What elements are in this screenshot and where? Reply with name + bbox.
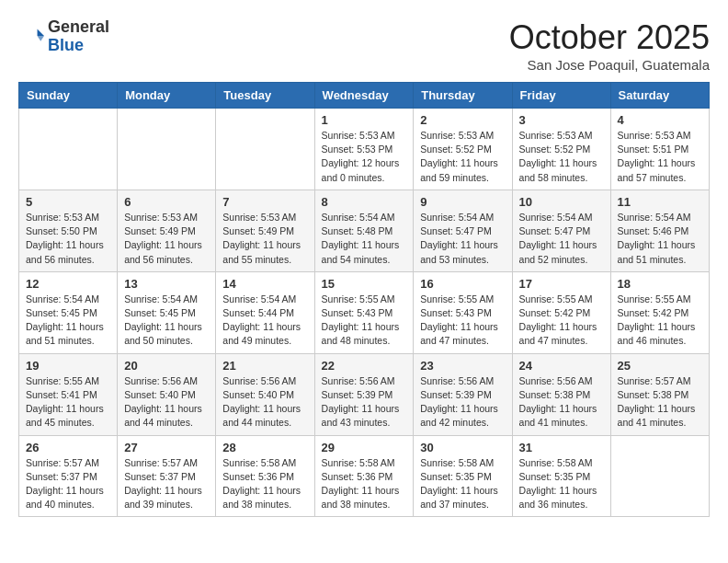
- day-number: 5: [26, 195, 110, 209]
- day-info: Sunrise: 5:55 AMSunset: 5:42 PMDaylight:…: [618, 293, 702, 349]
- day-info: Sunrise: 5:54 AMSunset: 5:45 PMDaylight:…: [26, 293, 110, 349]
- calendar-cell: 22Sunrise: 5:56 AMSunset: 5:39 PMDayligh…: [314, 353, 414, 435]
- day-info: Sunrise: 5:57 AMSunset: 5:38 PMDaylight:…: [618, 374, 702, 431]
- calendar-cell: 12Sunrise: 5:54 AMSunset: 5:45 PMDayligh…: [19, 271, 118, 353]
- day-number: 20: [124, 359, 209, 373]
- day-info: Sunrise: 5:56 AMSunset: 5:38 PMDaylight:…: [519, 374, 604, 431]
- calendar-cell: 28Sunrise: 5:58 AMSunset: 5:36 PMDayligh…: [216, 435, 314, 517]
- day-number: 31: [519, 441, 604, 454]
- calendar-cell: 23Sunrise: 5:56 AMSunset: 5:39 PMDayligh…: [414, 353, 512, 435]
- logo-icon: [18, 24, 44, 50]
- day-number: 12: [26, 277, 110, 291]
- day-number: 27: [124, 441, 209, 454]
- day-info: Sunrise: 5:54 AMSunset: 5:44 PMDaylight:…: [222, 293, 307, 349]
- day-info: Sunrise: 5:56 AMSunset: 5:39 PMDaylight:…: [322, 374, 407, 431]
- day-number: 22: [322, 359, 407, 373]
- calendar-week-row-3: 12Sunrise: 5:54 AMSunset: 5:45 PMDayligh…: [19, 271, 710, 353]
- day-info: Sunrise: 5:56 AMSunset: 5:40 PMDaylight:…: [124, 374, 209, 431]
- calendar-cell: 5Sunrise: 5:53 AMSunset: 5:50 PMDaylight…: [19, 190, 118, 271]
- day-number: 3: [519, 113, 604, 127]
- calendar-cell: [19, 109, 118, 190]
- day-number: 15: [322, 277, 407, 291]
- logo-blue-text: Blue: [48, 37, 109, 55]
- weekday-header-row: SundayMondayTuesdayWednesdayThursdayFrid…: [19, 83, 710, 109]
- day-number: 10: [519, 195, 604, 209]
- day-number: 18: [618, 277, 702, 291]
- day-number: 9: [420, 195, 505, 209]
- calendar-table: SundayMondayTuesdayWednesdayThursdayFrid…: [18, 82, 710, 517]
- day-number: 4: [618, 113, 702, 127]
- day-info: Sunrise: 5:53 AMSunset: 5:50 PMDaylight:…: [26, 211, 110, 267]
- day-number: 28: [222, 441, 307, 454]
- calendar-cell: 13Sunrise: 5:54 AMSunset: 5:45 PMDayligh…: [118, 271, 216, 353]
- calendar-week-row-2: 5Sunrise: 5:53 AMSunset: 5:50 PMDaylight…: [19, 190, 710, 271]
- calendar-week-row-4: 19Sunrise: 5:55 AMSunset: 5:41 PMDayligh…: [19, 353, 710, 435]
- day-info: Sunrise: 5:56 AMSunset: 5:39 PMDaylight:…: [420, 374, 505, 431]
- calendar-cell: 2Sunrise: 5:53 AMSunset: 5:52 PMDaylight…: [414, 109, 512, 190]
- svg-marker-0: [38, 29, 44, 35]
- calendar-cell: 1Sunrise: 5:53 AMSunset: 5:53 PMDaylight…: [314, 109, 414, 190]
- day-info: Sunrise: 5:55 AMSunset: 5:42 PMDaylight:…: [519, 293, 604, 349]
- day-info: Sunrise: 5:53 AMSunset: 5:52 PMDaylight:…: [420, 129, 505, 185]
- calendar-cell: 29Sunrise: 5:58 AMSunset: 5:36 PMDayligh…: [314, 435, 414, 517]
- day-info: Sunrise: 5:53 AMSunset: 5:53 PMDaylight:…: [322, 129, 407, 185]
- calendar-cell: 3Sunrise: 5:53 AMSunset: 5:52 PMDaylight…: [512, 109, 610, 190]
- day-number: 19: [26, 359, 110, 373]
- calendar-cell: 26Sunrise: 5:57 AMSunset: 5:37 PMDayligh…: [19, 435, 118, 517]
- day-info: Sunrise: 5:54 AMSunset: 5:47 PMDaylight:…: [519, 211, 604, 267]
- calendar-cell: 25Sunrise: 5:57 AMSunset: 5:38 PMDayligh…: [610, 353, 709, 435]
- calendar-cell: 18Sunrise: 5:55 AMSunset: 5:42 PMDayligh…: [610, 271, 709, 353]
- day-number: 24: [519, 359, 604, 373]
- day-number: 25: [618, 359, 702, 373]
- calendar-week-row-1: 1Sunrise: 5:53 AMSunset: 5:53 PMDaylight…: [19, 109, 710, 190]
- day-info: Sunrise: 5:58 AMSunset: 5:35 PMDaylight:…: [420, 456, 505, 512]
- weekday-header-friday: Friday: [512, 83, 610, 109]
- day-number: 14: [222, 277, 307, 291]
- day-info: Sunrise: 5:53 AMSunset: 5:52 PMDaylight:…: [519, 129, 604, 185]
- day-info: Sunrise: 5:56 AMSunset: 5:40 PMDaylight:…: [222, 374, 307, 431]
- calendar-cell: [610, 435, 709, 517]
- calendar-cell: 6Sunrise: 5:53 AMSunset: 5:49 PMDaylight…: [118, 190, 216, 271]
- weekday-header-tuesday: Tuesday: [216, 83, 314, 109]
- logo-general-text: General: [48, 18, 109, 37]
- day-number: 30: [420, 441, 505, 454]
- logo: General Blue: [18, 18, 109, 55]
- calendar-cell: 19Sunrise: 5:55 AMSunset: 5:41 PMDayligh…: [19, 353, 118, 435]
- title-block: October 2025 San Jose Poaquil, Guatemala: [509, 18, 710, 73]
- day-number: 8: [322, 195, 407, 209]
- day-info: Sunrise: 5:55 AMSunset: 5:43 PMDaylight:…: [322, 293, 407, 349]
- day-info: Sunrise: 5:53 AMSunset: 5:49 PMDaylight:…: [124, 211, 209, 267]
- day-number: 1: [322, 113, 407, 127]
- day-number: 23: [420, 359, 505, 373]
- calendar-cell: 17Sunrise: 5:55 AMSunset: 5:42 PMDayligh…: [512, 271, 610, 353]
- calendar-cell: [118, 109, 216, 190]
- day-number: 21: [222, 359, 307, 373]
- day-number: 7: [222, 195, 307, 209]
- day-number: 13: [124, 277, 209, 291]
- calendar-cell: 9Sunrise: 5:54 AMSunset: 5:47 PMDaylight…: [414, 190, 512, 271]
- weekday-header-wednesday: Wednesday: [314, 83, 414, 109]
- calendar-cell: 8Sunrise: 5:54 AMSunset: 5:48 PMDaylight…: [314, 190, 414, 271]
- page-header: General Blue October 2025 San Jose Poaqu…: [18, 18, 710, 73]
- calendar-cell: 21Sunrise: 5:56 AMSunset: 5:40 PMDayligh…: [216, 353, 314, 435]
- weekday-header-thursday: Thursday: [414, 83, 512, 109]
- day-info: Sunrise: 5:53 AMSunset: 5:49 PMDaylight:…: [222, 211, 307, 267]
- month-title: October 2025: [509, 18, 710, 57]
- day-info: Sunrise: 5:54 AMSunset: 5:45 PMDaylight:…: [124, 293, 209, 349]
- calendar-cell: 11Sunrise: 5:54 AMSunset: 5:46 PMDayligh…: [610, 190, 709, 271]
- svg-marker-1: [38, 36, 44, 41]
- day-info: Sunrise: 5:54 AMSunset: 5:46 PMDaylight:…: [618, 211, 702, 267]
- day-number: 6: [124, 195, 209, 209]
- calendar-cell: 20Sunrise: 5:56 AMSunset: 5:40 PMDayligh…: [118, 353, 216, 435]
- calendar-week-row-5: 26Sunrise: 5:57 AMSunset: 5:37 PMDayligh…: [19, 435, 710, 517]
- day-number: 29: [322, 441, 407, 454]
- weekday-header-sunday: Sunday: [19, 83, 118, 109]
- day-info: Sunrise: 5:58 AMSunset: 5:36 PMDaylight:…: [222, 456, 307, 512]
- day-number: 11: [618, 195, 702, 209]
- calendar-cell: [216, 109, 314, 190]
- calendar-cell: 7Sunrise: 5:53 AMSunset: 5:49 PMDaylight…: [216, 190, 314, 271]
- calendar-cell: 24Sunrise: 5:56 AMSunset: 5:38 PMDayligh…: [512, 353, 610, 435]
- calendar-cell: 10Sunrise: 5:54 AMSunset: 5:47 PMDayligh…: [512, 190, 610, 271]
- day-number: 2: [420, 113, 505, 127]
- calendar-cell: 27Sunrise: 5:57 AMSunset: 5:37 PMDayligh…: [118, 435, 216, 517]
